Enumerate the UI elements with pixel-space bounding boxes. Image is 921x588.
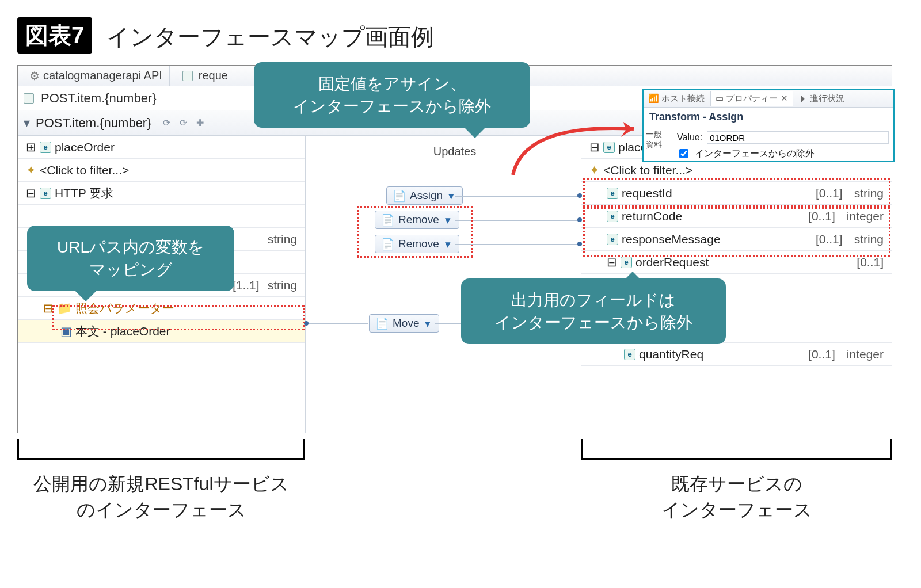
prop-tab-progress[interactable]: ⏵ 進行状況 — [799, 93, 844, 104]
left-hidden1 — [18, 205, 305, 228]
element-icon: e — [624, 349, 635, 360]
dropdown-icon[interactable]: ▾ — [445, 213, 451, 227]
left-hidden2-type: string — [268, 232, 297, 246]
right-responseMessage-type: string — [854, 232, 884, 246]
transform-remove1-label: Remove — [398, 213, 439, 226]
bottom-brackets — [17, 439, 892, 468]
callout-urlvar-tail — [75, 291, 96, 312]
filter-icon: ✦ — [26, 163, 36, 177]
right-filter-text: <Click to filter...> — [603, 163, 692, 177]
callout-assign-text: 固定値をアサイン、 インターフェースから除外 — [293, 75, 491, 115]
left-http[interactable]: ⊟e HTTP 要求 — [18, 182, 305, 205]
right-orderRequest-card: [0..1] — [857, 255, 884, 269]
transform-remove2-label: Remove — [398, 238, 439, 250]
properties-panel: 📶 ホスト接続 ▭ プロパティー ✕ ⏵ 進行状況 Transform - As… — [642, 89, 895, 162]
transform-move-label: Move — [393, 317, 419, 330]
right-returnCode-name: returnCode — [622, 209, 682, 223]
caption-left: 公開用の新規RESTfulサービス のインターフェース — [17, 471, 305, 523]
figure-badge: 図表7 — [17, 17, 92, 54]
dropdown-icon[interactable]: ▾ — [448, 189, 454, 203]
breadcrumb-text: POST.item.{number} — [41, 91, 157, 106]
doc-icon — [182, 71, 193, 81]
section-title: POST.item.{number} — [36, 116, 151, 131]
properties-tabs: 📶 ホスト接続 ▭ プロパティー ✕ ⏵ 進行状況 — [644, 90, 893, 108]
right-requestId-type: string — [854, 186, 884, 200]
callout-assign: 固定値をアサイン、 インターフェースから除外 — [254, 62, 530, 128]
transform-icon: 📄 — [375, 317, 389, 330]
body-icon: ▣ — [60, 324, 72, 338]
transform-move[interactable]: 📄 Move ▾ — [369, 314, 439, 333]
left-body[interactable]: ▣ 本文 - placeOrder — [18, 320, 305, 343]
transform-remove-1[interactable]: 📄 Remove ▾ — [375, 211, 459, 229]
right-quantityReq-type: integer — [847, 348, 884, 361]
prop-tab-host[interactable]: 📶 ホスト接続 — [648, 93, 705, 104]
toolbar-icons[interactable]: ⟳ ⟳ ✚ — [163, 117, 208, 128]
left-root-label: placeOrder — [55, 140, 115, 154]
element-icon: e — [40, 142, 51, 153]
element-icon: e — [607, 211, 618, 222]
callout-output-tail — [622, 261, 643, 282]
tab-request-label: reque — [199, 69, 228, 82]
transform-remove-2[interactable]: 📄 Remove ▾ — [375, 235, 459, 253]
filter-icon: ✦ — [589, 163, 600, 177]
screenshot-frame: ⚙ catalogmanagerapi API reque POST.item.… — [17, 65, 892, 433]
left-filter[interactable]: ✦ <Click to filter...> — [18, 159, 305, 182]
prop-value-label: Value: — [677, 132, 702, 143]
prop-exclude-row: インターフェースからの除外 — [677, 146, 889, 162]
right-quantityReq-name: quantityReq — [639, 348, 703, 361]
dropdown-icon[interactable]: ▾ — [445, 238, 451, 251]
properties-side: 一般 資料 — [644, 127, 672, 164]
gear-icon: ⚙ — [29, 69, 40, 83]
transform-icon: 📄 — [381, 238, 395, 251]
transform-icon: 📄 — [381, 213, 395, 227]
folder-icon: 📁 — [57, 301, 72, 315]
transform-assign[interactable]: 📄 Assign ▾ — [386, 186, 463, 205]
bottom-captions: 公開用の新規RESTfulサービス のインターフェース 既存サービスの インター… — [17, 471, 892, 523]
left-number-card: [1..1] — [233, 278, 260, 292]
element-icon: e — [607, 188, 618, 199]
left-query-param-header[interactable]: ⊟📁 照会パラメーター — [18, 297, 305, 320]
callout-urlvar: URLパス内の変数を マッピング — [27, 226, 234, 291]
prop-value-input[interactable] — [707, 131, 889, 144]
right-returnCode[interactable]: e returnCode [0..1] integer — [581, 205, 892, 228]
left-http-label: HTTP 要求 — [55, 185, 113, 201]
prop-tab-properties[interactable]: ▭ プロパティー ✕ — [710, 91, 793, 106]
doc-icon — [24, 93, 34, 104]
right-quantityReq-card: [0..1] — [808, 348, 835, 361]
transform-icon: 📄 — [393, 189, 406, 203]
tab-api[interactable]: ⚙ catalogmanagerapi API — [22, 66, 170, 86]
left-filter-text: <Click to filter...> — [40, 163, 129, 177]
element-icon: e — [40, 188, 51, 199]
callout-urlvar-text: URLパス内の変数を マッピング — [57, 238, 204, 278]
figure-title-text: インターフェースマップ画面例 — [106, 24, 434, 49]
element-icon: e — [603, 142, 615, 153]
tab-api-label: catalogmanagerapi API — [43, 69, 162, 82]
prop-exclude-checkbox[interactable] — [679, 149, 688, 158]
element-icon: e — [607, 234, 618, 245]
prop-side-doc[interactable]: 資料 — [646, 140, 669, 150]
right-returnCode-card: [0..1] — [808, 209, 835, 223]
caption-right: 既存サービスの インターフェース — [581, 471, 892, 523]
right-responseMessage-name: responseMessage — [622, 232, 721, 246]
prop-side-general[interactable]: 一般 — [646, 129, 669, 140]
right-requestId-name: requestId — [622, 186, 672, 200]
left-number-type: string — [268, 278, 297, 292]
right-returnCode-type: integer — [847, 209, 884, 223]
tab-request[interactable]: reque — [176, 66, 235, 85]
prop-value-row: Value: — [677, 129, 889, 146]
right-responseMessage[interactable]: e responseMessage [0..1] string — [581, 228, 892, 251]
right-responseMessage-card: [0..1] — [816, 232, 843, 246]
callout-output: 出力用のフィールドは インターフェースから除外 — [461, 278, 726, 344]
right-requestId-card: [0..1] — [816, 186, 843, 200]
properties-title: Transform - Assign — [644, 108, 893, 127]
callout-output-text: 出力用のフィールドは インターフェースから除外 — [494, 291, 692, 331]
left-body-label: 本文 - placeOrder — [75, 323, 170, 339]
transform-assign-label: Assign — [410, 189, 443, 202]
right-orderRequest-name: orderRequest — [635, 255, 709, 269]
figure-title: 図表7 インターフェースマップ画面例 — [17, 17, 904, 54]
right-quantityReq[interactable]: e quantityReq [0..1] integer — [581, 343, 892, 366]
prop-exclude-label: インターフェースからの除外 — [695, 148, 815, 160]
dropdown-icon[interactable]: ▾ — [425, 317, 431, 330]
left-root[interactable]: ⊞e placeOrder — [18, 136, 305, 159]
right-requestId[interactable]: e requestId [0..1] string — [581, 182, 892, 205]
